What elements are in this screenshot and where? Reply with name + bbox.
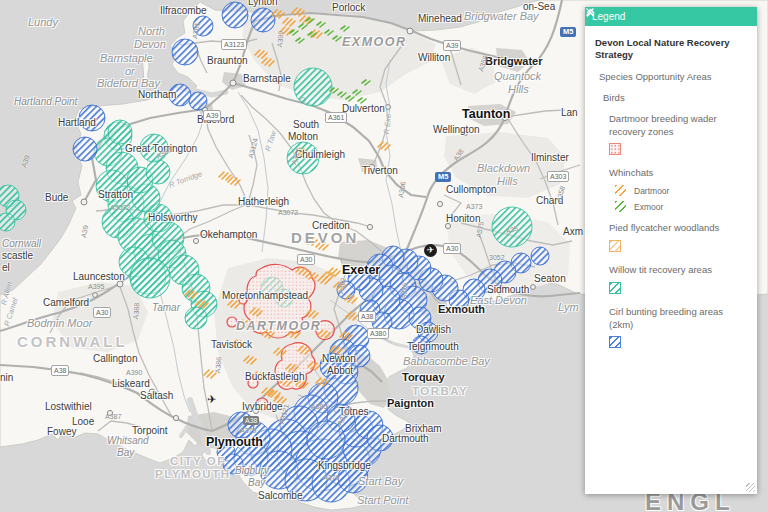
legend-strategy-title: Devon Local Nature Recovery Strategy (595, 37, 747, 61)
close-icon[interactable] (737, 10, 750, 23)
legend-item: Dartmoor breeding wader recovery zones (609, 113, 747, 158)
legend-subitem: Exmoor (615, 201, 747, 212)
legend-swatch-orange-box-hatch (609, 240, 621, 252)
legend-swatch-orange-hatch (615, 185, 626, 196)
legend-item: Cirl bunting breeding areas (2km) (609, 306, 747, 351)
legend-header[interactable]: Legend (585, 7, 757, 26)
map-application: LundyIlfracombeLyntonPorlockMineheadon-S… (0, 0, 768, 512)
chevron-double-up-icon[interactable] (719, 10, 732, 23)
legend-section-label: Species Opportunity Areas (599, 71, 747, 82)
legend-item-label: Willow tit recovery areas (609, 264, 744, 277)
legend-group-label: Birds (603, 92, 747, 103)
legend-swatch-red-stipple (609, 143, 621, 155)
legend-swatch-teal-box-hatch (609, 282, 621, 294)
legend-panel: Legend Devon Local Nature Recovery Strat… (585, 7, 757, 494)
legend-subitem-label: Exmoor (634, 202, 663, 212)
legend-item: WhinchatsDartmoorExmoor (609, 167, 747, 212)
legend-item: Willow tit recovery areas (609, 264, 747, 296)
legend-subitem: Dartmoor (615, 185, 747, 196)
legend-swatch-blue-box-hatch (609, 336, 621, 348)
legend-item-label: Whinchats (609, 167, 744, 180)
legend-title: Legend (592, 11, 714, 22)
legend-swatch-row (609, 143, 747, 157)
legend-item-label: Cirl bunting breeding areas (2km) (609, 306, 744, 332)
legend-subitem-label: Dartmoor (634, 186, 669, 196)
legend-item: Pied flycatcher woodlands (609, 222, 747, 254)
legend-swatch-row (609, 282, 747, 296)
legend-swatch-row (609, 240, 747, 254)
legend-body: Devon Local Nature Recovery Strategy Spe… (585, 26, 757, 494)
legend-resize-grip[interactable] (746, 483, 755, 492)
legend-swatch-green-hatch (615, 201, 626, 212)
legend-items: Dartmoor breeding wader recovery zonesWh… (595, 113, 747, 351)
legend-swatch-row (609, 336, 747, 350)
legend-item-label: Pied flycatcher woodlands (609, 222, 744, 235)
legend-item-label: Dartmoor breeding wader recovery zones (609, 113, 744, 139)
